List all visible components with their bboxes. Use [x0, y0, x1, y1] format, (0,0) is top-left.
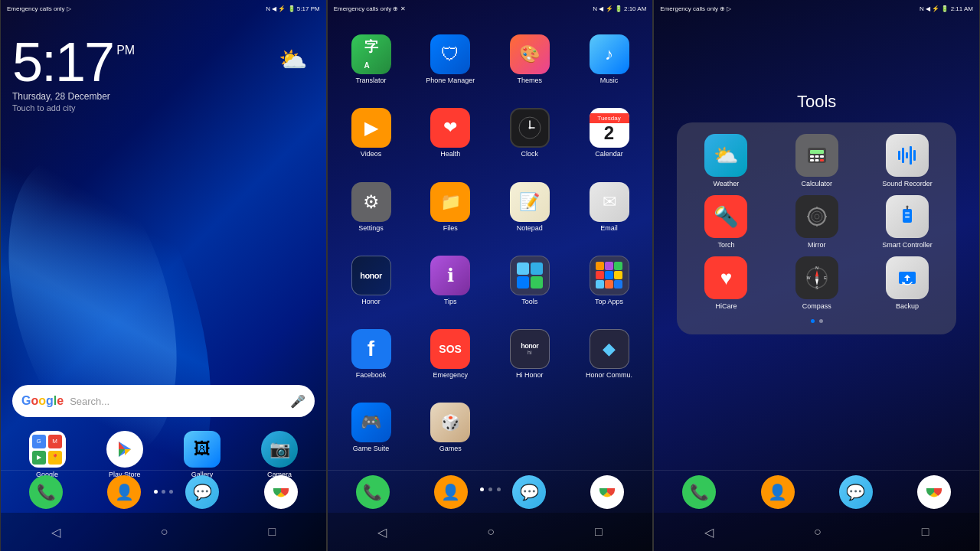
folder-app-calculator[interactable]: Calculator	[776, 134, 858, 187]
clock-time: 5:17	[12, 34, 113, 90]
folder-page-dots	[684, 319, 949, 323]
clock-icon	[518, 116, 542, 140]
dock3-chrome[interactable]	[917, 475, 951, 509]
svg-point-23	[808, 208, 825, 225]
app-tips[interactable]: ℹ Tips	[410, 243, 490, 317]
folder-dot-2	[819, 319, 823, 323]
label-tips: Tips	[444, 298, 457, 306]
nav3-recent[interactable]: □	[922, 525, 929, 539]
folder-app-compass[interactable]: N E S W Compass	[776, 256, 858, 310]
app-tools[interactable]: Tools	[490, 243, 570, 317]
phone1: Emergency calls only ▷ N ◀ ⚡ 🔋 5:17 PM 5…	[0, 0, 327, 551]
app-videos[interactable]: ▶ Videos	[332, 96, 411, 170]
google-logo: Google	[21, 394, 64, 408]
svg-rect-17	[820, 159, 824, 161]
label-translator: Translator	[355, 77, 386, 85]
status-right-icons-3: N ◀ ⚡ 🔋 2:11 AM	[920, 5, 973, 12]
app-health[interactable]: ❤ Health	[410, 96, 490, 170]
time-display: N ◀ ⚡ 🔋 5:17 PM	[266, 5, 319, 12]
folder-app-smart-controller[interactable]: Smart Controller	[866, 195, 949, 249]
clock-ampm: PM	[116, 44, 135, 57]
google-search-bar[interactable]: Google Search... 🎤	[12, 385, 315, 417]
folder-app-torch[interactable]: 🔦 Torch	[684, 195, 767, 249]
label-themes: Themes	[518, 77, 543, 85]
app-translator[interactable]: 字A Translator	[332, 23, 411, 96]
label-notepad: Notepad	[517, 224, 543, 233]
dock-messages[interactable]: 💬	[185, 475, 219, 509]
dock2-phone[interactable]: 📞	[356, 475, 390, 509]
status-right-icons: N ◀ ⚡ 🔋 5:17 PM	[266, 5, 319, 12]
play-store-icon	[114, 439, 136, 460]
label-top-apps: Top Apps	[595, 298, 623, 306]
time-display-3: N ◀ ⚡ 🔋 2:11 AM	[920, 5, 973, 12]
label-calendar: Calendar	[595, 150, 623, 158]
svg-rect-20	[906, 152, 908, 158]
dock2-chrome[interactable]	[590, 475, 624, 509]
dock2-contacts[interactable]: 👤	[434, 475, 468, 509]
dock3-contacts[interactable]: 👤	[761, 475, 795, 509]
mic-icon[interactable]: 🎤	[290, 394, 305, 409]
app-facebook[interactable]: f Facebook	[332, 318, 411, 391]
svg-marker-3	[125, 449, 131, 455]
svg-rect-21	[910, 146, 912, 165]
dock-phone[interactable]: 📞	[29, 475, 63, 509]
app-phone-manager[interactable]: 🛡 Phone Manager	[410, 23, 490, 96]
folder-app-backup[interactable]: Backup	[866, 256, 949, 310]
app-games[interactable]: 🎲 Games	[410, 391, 490, 465]
svg-rect-13	[815, 155, 818, 158]
nav-recent[interactable]: □	[268, 525, 276, 539]
phone1-nav-bar: ◁ ○ □	[1, 513, 326, 551]
label-weather: Weather	[714, 180, 740, 187]
dock3-messages[interactable]: 💬	[839, 475, 873, 509]
phones-container: Emergency calls only ▷ N ◀ ⚡ 🔋 5:17 PM 5…	[0, 0, 980, 551]
nav-home[interactable]: ○	[161, 525, 168, 539]
label-torch: Torch	[717, 241, 734, 249]
clock-subtitle: Touch to add city	[12, 103, 135, 112]
folder-app-hicare[interactable]: ♥ HiCare	[684, 256, 767, 310]
app-music[interactable]: ♪ Music	[570, 23, 649, 96]
chrome-icon	[272, 483, 290, 501]
nav-back[interactable]: ◁	[51, 525, 60, 540]
calculator-icon	[805, 143, 829, 168]
folder-app-sound-recorder[interactable]: Sound Recorder	[866, 134, 949, 187]
app-top-apps[interactable]: Top Apps	[570, 243, 649, 317]
chrome-icon-2	[598, 483, 616, 501]
phone3-bottom-dock: 📞 👤 💬	[654, 470, 979, 513]
app-calendar[interactable]: Tuesday 2 Calendar	[570, 96, 649, 170]
svg-rect-16	[815, 159, 818, 161]
svg-rect-18	[898, 151, 900, 160]
label-settings: Settings	[358, 224, 384, 233]
app-game-suite[interactable]: 🎮 Game Suite	[332, 391, 411, 465]
dock3-phone[interactable]: 📞	[682, 475, 716, 509]
nav2-home[interactable]: ○	[487, 525, 495, 539]
label-honor-community: Honor Commu.	[586, 371, 632, 380]
tools-folder: ⛅ Weather	[677, 122, 956, 334]
folder-app-weather[interactable]: ⛅ Weather	[684, 134, 767, 187]
app-themes[interactable]: 🎨 Themes	[490, 23, 570, 96]
nav2-recent[interactable]: □	[595, 525, 603, 539]
smart-controller-icon	[895, 204, 920, 229]
mirror-icon	[805, 204, 829, 229]
phone2: Emergency calls only ⊕ ✕ N ◀ ⚡ 🔋 2:10 AM…	[327, 0, 654, 551]
app-clock[interactable]: Clock	[490, 96, 570, 170]
nav3-home[interactable]: ○	[814, 525, 822, 539]
dock-contacts[interactable]: 👤	[107, 475, 141, 509]
dock2-messages[interactable]: 💬	[512, 475, 546, 509]
folder-app-mirror[interactable]: Mirror	[776, 195, 858, 249]
emergency-text-3: Emergency calls only ⊕ ▷	[660, 5, 731, 12]
label-hi-honor: Hi Honor	[516, 371, 544, 380]
app-honor-community[interactable]: ◆ Honor Commu.	[570, 318, 649, 391]
app-files[interactable]: 📁 Files	[410, 170, 490, 243]
dock-chrome[interactable]	[264, 475, 298, 509]
app-notepad[interactable]: 📝 Notepad	[490, 170, 570, 243]
phone2-apps-grid: 字A Translator 🛡 Phone Manager 🎨 Themes ♪	[328, 17, 653, 471]
nav3-back[interactable]: ◁	[704, 525, 714, 540]
phone2-nav-bar: ◁ ○ □	[328, 513, 653, 551]
app-honor[interactable]: honor Honor	[332, 243, 411, 317]
nav2-back[interactable]: ◁	[377, 525, 387, 540]
app-email[interactable]: ✉ Email	[570, 170, 649, 243]
label-honor: Honor	[361, 298, 381, 306]
app-hi-honor[interactable]: honor hi Hi Honor	[490, 318, 570, 391]
app-emergency[interactable]: SOS Emergency	[410, 318, 490, 391]
app-settings[interactable]: ⚙ Settings	[332, 170, 411, 243]
